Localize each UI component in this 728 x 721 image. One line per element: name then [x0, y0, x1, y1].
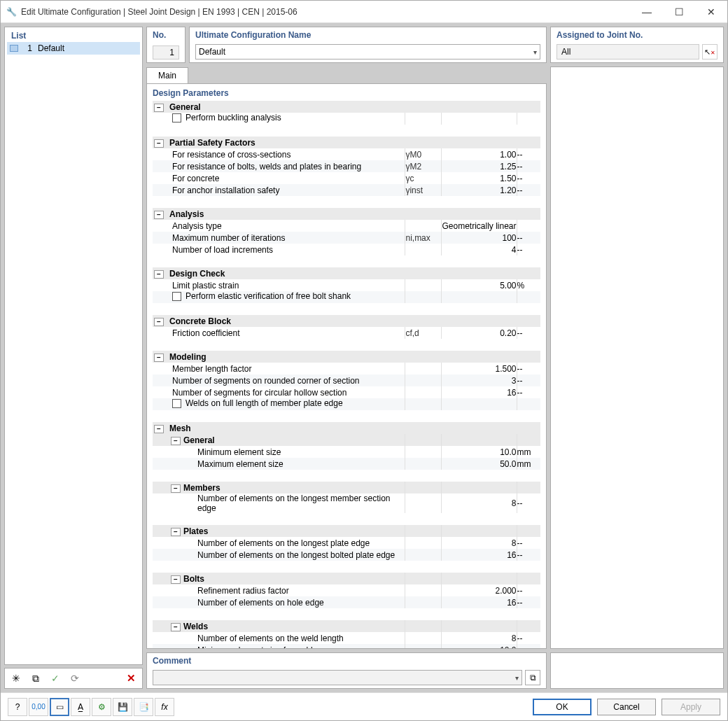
- gamma-c-value[interactable]: 1.50: [442, 172, 517, 184]
- config-name-select[interactable]: Default ▾: [195, 44, 540, 59]
- member-length-factor-value[interactable]: 1.500: [442, 363, 517, 374]
- params-grid: −General Perform buckling analysis −Part…: [153, 101, 540, 649]
- joint-assign-label: Assigned to Joint No.: [556, 30, 718, 40]
- chevron-down-icon: ▾: [515, 674, 519, 682]
- close-button[interactable]: ✕: [695, 1, 727, 23]
- copy-item-button[interactable]: ⧉: [27, 671, 44, 686]
- info-panel: [550, 66, 724, 649]
- max-element-size-value[interactable]: 50.0: [442, 458, 517, 470]
- chevron-down-icon: ▾: [533, 48, 537, 56]
- joint-assign-input[interactable]: All: [556, 44, 699, 59]
- calculate-button[interactable]: ⚙: [92, 698, 111, 716]
- ok-button[interactable]: OK: [533, 699, 592, 715]
- list-item-number: 1: [22, 43, 32, 53]
- bolted-plate-edge-elements-value[interactable]: 16: [442, 549, 517, 561]
- titlebar: 🔧 Edit Ultimate Configuration | Steel Jo…: [1, 1, 727, 23]
- hole-edge-elements-value[interactable]: 16: [442, 596, 517, 608]
- number-label: No.: [153, 30, 179, 40]
- list-item-icon: [10, 45, 18, 52]
- cancel-button[interactable]: Cancel: [597, 699, 656, 715]
- weld-length-elements-value[interactable]: 8: [442, 632, 517, 644]
- gamma-inst-value[interactable]: 1.20: [442, 184, 517, 196]
- list-toolbar: ✳ ⧉ ✓ ⟳ ✕: [4, 668, 143, 689]
- view-button[interactable]: ▭: [50, 698, 69, 716]
- help-icon: ?: [15, 702, 20, 712]
- collapse-modeling[interactable]: −: [154, 354, 164, 362]
- elastic-verification-checkbox[interactable]: [172, 292, 181, 301]
- comment-library-button[interactable]: ⧉: [525, 670, 540, 685]
- analysis-type-value[interactable]: Geometrically linear: [442, 220, 517, 232]
- max-iterations-value[interactable]: 100: [442, 232, 517, 244]
- load-increments-value[interactable]: 4: [442, 244, 517, 255]
- apply-check-button[interactable]: ✓: [47, 671, 64, 686]
- collapse-mesh-members[interactable]: −: [171, 484, 181, 493]
- buckling-checkbox[interactable]: [172, 113, 181, 122]
- circular-hollow-segments-value[interactable]: 16: [442, 386, 517, 398]
- collapse-mesh[interactable]: −: [154, 425, 164, 433]
- members-edge-elements-value[interactable]: 8: [442, 493, 517, 513]
- units-button[interactable]: 0,00: [29, 698, 48, 716]
- save-icon: 💾: [118, 702, 128, 712]
- tab-main[interactable]: Main: [146, 67, 188, 83]
- main-tab-content: Design Parameters −General Perform buckl…: [146, 83, 547, 649]
- config-name-value: Default: [199, 47, 533, 57]
- list-panel: List 1 Default: [4, 27, 143, 665]
- collapse-mesh-welds[interactable]: −: [171, 623, 181, 631]
- function-icon: fx: [161, 702, 167, 712]
- collapse-mesh-plates[interactable]: −: [171, 528, 181, 536]
- collapse-design-check[interactable]: −: [154, 270, 164, 279]
- help-button[interactable]: ?: [8, 698, 27, 716]
- window-title: Edit Ultimate Configuration | Steel Join…: [21, 7, 631, 17]
- report-button[interactable]: 📑: [134, 698, 153, 716]
- plastic-strain-value[interactable]: 5.00: [442, 279, 517, 291]
- refinement-radius-value[interactable]: 2.000: [442, 584, 517, 596]
- pick-joint-button[interactable]: ↖✕: [702, 44, 718, 59]
- collapse-mesh-general[interactable]: −: [171, 437, 181, 445]
- config-name-label: Ultimate Configuration Name: [195, 30, 540, 40]
- function-button[interactable]: fx: [155, 698, 174, 716]
- friction-coef-value[interactable]: 0.20: [442, 327, 517, 339]
- number-value: 1: [153, 46, 179, 59]
- library-icon: ⧉: [530, 673, 536, 682]
- collapse-analysis[interactable]: −: [154, 211, 164, 219]
- save-button[interactable]: 💾: [113, 698, 132, 716]
- min-element-size-value[interactable]: 10.0: [442, 446, 517, 458]
- gamma-m0-value[interactable]: 1.00: [442, 148, 517, 160]
- collapse-general[interactable]: −: [154, 104, 164, 112]
- reset-button[interactable]: ⟳: [66, 671, 83, 686]
- footer: ? 0,00 ▭ A̲ ⚙ 💾 📑 fx OK Cancel Apply: [1, 692, 727, 720]
- number-box: No. 1: [146, 27, 186, 63]
- empty-panel: [550, 652, 724, 689]
- comment-box: Comment ▾ ⧉: [146, 652, 547, 689]
- font-icon: A̲: [78, 702, 83, 712]
- comment-combo[interactable]: ▾: [153, 670, 522, 685]
- report-icon: 📑: [139, 702, 149, 712]
- list-item-label: Default: [38, 43, 64, 53]
- gear-icon: ⚙: [98, 702, 106, 712]
- cursor-icon: ↖✕: [704, 48, 715, 57]
- plate-edge-elements-value[interactable]: 8: [442, 537, 517, 549]
- delete-item-button[interactable]: ✕: [122, 671, 139, 686]
- page-icon: ▭: [56, 702, 64, 712]
- collapse-mesh-bolts[interactable]: −: [171, 575, 181, 584]
- comment-label: Comment: [153, 656, 540, 666]
- list-item-default[interactable]: 1 Default: [7, 42, 140, 55]
- maximize-button[interactable]: ☐: [663, 1, 695, 23]
- welds-full-length-checkbox[interactable]: [172, 399, 181, 408]
- config-name-box: Ultimate Configuration Name Default ▾: [189, 27, 547, 63]
- app-icon: 🔧: [6, 7, 17, 17]
- font-button[interactable]: A̲: [71, 698, 90, 716]
- weld-min-size-value[interactable]: 10.0: [442, 644, 517, 649]
- joint-assign-box: Assigned to Joint No. All ↖✕: [550, 27, 724, 63]
- gamma-m2-value[interactable]: 1.25: [442, 160, 517, 172]
- apply-button[interactable]: Apply: [662, 699, 720, 715]
- list-header: List: [7, 29, 140, 42]
- minimize-button[interactable]: —: [631, 1, 663, 23]
- new-item-button[interactable]: ✳: [8, 671, 24, 686]
- rounded-corner-segments-value[interactable]: 3: [442, 374, 517, 386]
- collapse-psf[interactable]: −: [154, 139, 164, 148]
- design-params-title: Design Parameters: [153, 88, 540, 98]
- collapse-concrete[interactable]: −: [154, 318, 164, 326]
- units-icon: 0,00: [31, 703, 45, 710]
